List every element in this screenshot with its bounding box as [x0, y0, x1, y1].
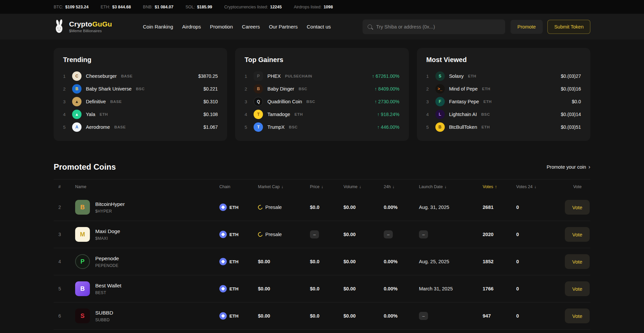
coin-name-cell[interactable]: M Maxi Doge $MAXI	[70, 227, 215, 242]
promote-button[interactable]: Promote	[511, 20, 543, 34]
column-header-votes[interactable]: Votes↑	[478, 184, 512, 189]
nav-item-careers[interactable]: Careers	[242, 24, 260, 30]
nav-item-our-partners[interactable]: Our Partners	[269, 24, 298, 30]
volume-cell: $0.00	[339, 259, 379, 264]
vote-button[interactable]: Vote	[565, 254, 590, 269]
rank: 3	[426, 99, 431, 104]
column-header-price[interactable]: Price↓	[305, 184, 339, 189]
list-item[interactable]: 1 P PHEX PULSECHAIN ↑ 67261.00%	[245, 70, 399, 82]
coin-name: Cheeseburger	[86, 73, 117, 79]
column-header-name[interactable]: Name	[70, 184, 215, 189]
stat-cards: Trending 1 C Cheeseburger BASE $3870.25 …	[0, 40, 644, 141]
vote-button[interactable]: Vote	[565, 200, 590, 215]
ticker-item-cryptos-listed: Cryptocurrencies listed: 12245	[224, 5, 282, 9]
search-input[interactable]	[376, 24, 500, 30]
list-item[interactable]: 3 ▲ Definitive BASE $0.310	[63, 95, 218, 108]
column-header-chain[interactable]: Chain	[215, 184, 253, 189]
coin-icon-glyph: ▲	[75, 99, 79, 104]
coin-icon-glyph: P	[257, 74, 260, 78]
list-item[interactable]: 5 B BtcBullToken ETH $0.(03)51	[426, 121, 581, 133]
rank: 4	[426, 112, 431, 117]
nav-item-airdrops[interactable]: Airdrops	[182, 24, 201, 30]
coin-name: Maxi Doge	[95, 228, 120, 234]
chain-cell: ETH	[215, 204, 253, 211]
launch-date-cell: –	[414, 230, 478, 238]
search-bar[interactable]	[363, 19, 505, 34]
coin-name-cell[interactable]: S SUBBD SUBBD	[70, 309, 215, 323]
column-header-votes-24[interactable]: Votes 24↓	[512, 184, 562, 189]
list-item[interactable]: 5 T TrumpX BSC ↑ 446.00%	[245, 121, 399, 133]
coin-value: $1.067	[204, 124, 218, 130]
list-item[interactable]: 5 A Aerodrome BASE $1.067	[63, 121, 218, 133]
coin-icon-glyph: F	[439, 99, 441, 104]
yala-coin-icon: ▲	[72, 110, 82, 119]
mind-of-pepe-coin-icon: >_	[435, 84, 445, 94]
coin-chain: ETH	[294, 112, 303, 116]
table-row[interactable]: 6 S SUBBD SUBBD ETH $0.00 $0.0 $0.00 0.0…	[54, 302, 590, 330]
volume-cell: $0.00	[339, 313, 379, 319]
coin-change: ↑ 67261.00%	[372, 73, 399, 79]
list-item[interactable]: 3 Q Quadrillion Coin BSC ↑ 2730.00%	[245, 95, 399, 108]
coin-name-cell[interactable]: P Pepenode PEPENODE	[70, 254, 215, 269]
promote-your-coin-link[interactable]: Promote your coin ›	[547, 164, 590, 170]
list-item[interactable]: 2 B Baby Shark Universe BSC $0.221	[63, 82, 218, 95]
column-header-launch-date[interactable]: Launch Date↓	[414, 184, 478, 189]
table-row[interactable]: 5 B Best Wallet BEST ETH $0.00 $0.0 $0.0…	[54, 275, 590, 302]
logo[interactable]: CryptoGuGu $Meme Billionaires	[54, 19, 112, 34]
column-header-vote: Vote	[562, 184, 590, 189]
list-item[interactable]: 4 L Lightchain AI BSC $0.(03)14	[426, 108, 581, 121]
empty-value-chip: –	[419, 312, 428, 320]
list-item[interactable]: 2 B Baby Dinger BSC ↑ 8409.00%	[245, 82, 399, 95]
coin-name-cell[interactable]: B Best Wallet BEST	[70, 281, 215, 296]
table-row[interactable]: 4 P Pepenode PEPENODE ETH $0.00 $0.0 $0.…	[54, 248, 590, 275]
list-item[interactable]: 2 >_ Mind of Pepe ETH $0.(03)16	[426, 82, 581, 95]
list-item[interactable]: 4 T Tamadoge ETH ↑ 918.24%	[245, 108, 399, 121]
best-wallet-coin-icon: B	[75, 281, 90, 296]
column-header-volume[interactable]: Volume↓	[339, 184, 379, 189]
nav-item-contact-us[interactable]: Contact us	[307, 24, 331, 30]
coin-icon-glyph: T	[257, 112, 260, 117]
coin-name: Yala	[86, 112, 95, 117]
volume-cell: $0.00	[339, 286, 379, 291]
vote-button[interactable]: Vote	[565, 227, 590, 242]
chain-label: ETH	[229, 205, 238, 210]
launch-date-cell: Aug. 31, 2025	[414, 205, 478, 210]
coin-value: $0.(03)16	[561, 86, 581, 92]
nav-item-coin-ranking[interactable]: Coin Ranking	[143, 24, 173, 30]
price-cell: $0.0	[305, 205, 339, 210]
coin-symbol: SUBBD	[95, 318, 113, 322]
ticker-value: $1 084.07	[155, 5, 173, 9]
table-row[interactable]: 3 M Maxi Doge $MAXI ETH Presale – $0.00 …	[54, 221, 590, 248]
coin-icon-glyph: S	[439, 74, 441, 78]
sort-down-icon: ↓	[321, 184, 323, 189]
coin-name: Lightchain AI	[449, 112, 477, 117]
submit-token-button[interactable]: Submit Token	[547, 20, 590, 34]
launch-date-cell: Aug. 25, 2025	[414, 259, 478, 264]
list-item[interactable]: 1 C Cheeseburger BASE $3870.25	[63, 70, 218, 82]
change-24h-cell: 0.00%	[379, 286, 414, 291]
list-item[interactable]: 3 F Fantasy Pepe ETH $0.0	[426, 95, 581, 108]
coin-name: TrumpX	[267, 124, 284, 130]
column-header-rank[interactable]: #	[54, 184, 70, 189]
price-cell: –	[305, 230, 339, 238]
change-24h-cell: 0.00%	[379, 259, 414, 264]
column-header-market-cap[interactable]: Market Cap↓	[253, 184, 305, 189]
sort-down-icon: ↓	[444, 184, 446, 189]
column-header-24h[interactable]: 24h↓	[379, 184, 414, 189]
rank: 2	[426, 87, 431, 92]
coin-name-cell[interactable]: B BitcoinHyper $HYPER	[70, 200, 215, 215]
coin-name-block: Maxi Doge $MAXI	[95, 228, 120, 241]
vote-button[interactable]: Vote	[565, 281, 590, 296]
nav-item-promotion[interactable]: Promotion	[210, 24, 233, 30]
eth-diamond-shape	[221, 232, 225, 236]
coin-change: ↑ 446.00%	[377, 124, 399, 130]
list-item[interactable]: 1 S Solaxy ETH $0.(03)27	[426, 70, 581, 82]
chain-cell: ETH	[215, 231, 253, 238]
vote-button[interactable]: Vote	[565, 309, 590, 323]
table-row[interactable]: 2 B BitcoinHyper $HYPER ETH Presale $0.0…	[54, 194, 590, 221]
coin-symbol: PEPENODE	[95, 263, 119, 268]
fantasy-pepe-coin-icon: F	[435, 97, 445, 106]
column-label: #	[58, 184, 61, 189]
list-item[interactable]: 4 ▲ Yala ETH $0.108	[63, 108, 218, 121]
coin-name: SUBBD	[95, 310, 113, 316]
